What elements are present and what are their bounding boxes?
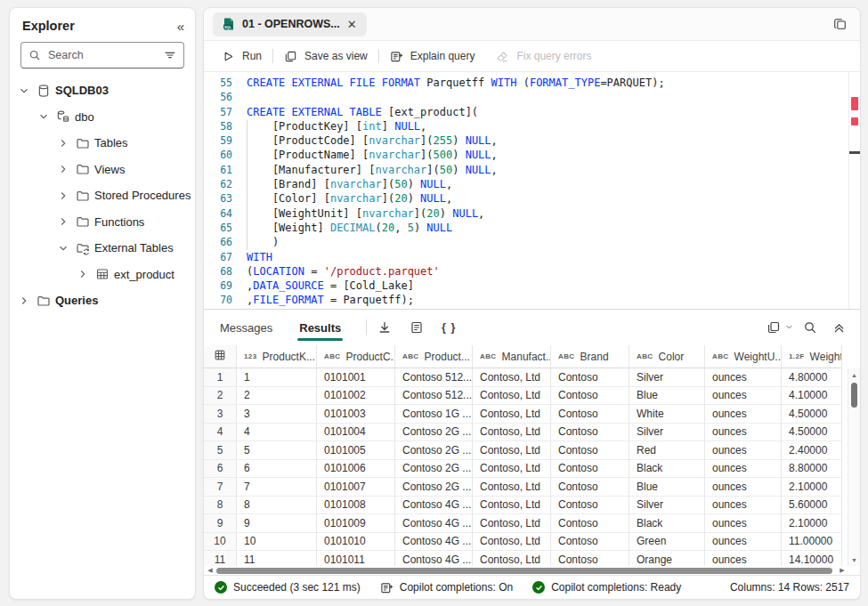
data-cell[interactable]: ounces <box>705 460 782 479</box>
row-number-cell[interactable]: 2 <box>204 387 237 406</box>
code-line-69[interactable]: 69,DATA_SOURCE = [Cold_Lake] <box>204 279 860 293</box>
data-cell[interactable]: Contoso, Ltd <box>473 368 551 387</box>
column-header-color[interactable]: ABCColor <box>629 345 705 368</box>
view-as-table-icon[interactable] <box>404 315 429 340</box>
code-line-61[interactable]: 61 [Manufacturer] [nvarchar](50) NULL, <box>204 163 860 177</box>
data-cell[interactable]: 4 <box>237 424 317 442</box>
code-editor[interactable]: 55CREATE EXTERNAL FILE FORMAT Parquetff … <box>204 72 860 309</box>
data-cell[interactable]: Contoso 4G ... <box>395 514 473 533</box>
code-line-63[interactable]: 63 [Color] [nvarchar](20) NULL, <box>204 191 860 206</box>
scroll-right-icon[interactable]: ▶ <box>836 567 848 574</box>
horizontal-scrollbar[interactable]: ◀ ▶ <box>204 566 848 575</box>
data-cell[interactable]: Black <box>629 514 705 533</box>
fix-query-errors-button[interactable]: Fix query errors <box>485 41 602 71</box>
column-header-productk-[interactable]: 123ProductK... <box>237 345 317 368</box>
explain-query-button[interactable]: Explain query <box>379 41 486 71</box>
code-line-62[interactable]: 62 [Brand] [nvarchar](50) NULL, <box>204 177 860 191</box>
data-cell[interactable]: 0101006 <box>317 460 395 479</box>
data-cell[interactable]: Contoso <box>551 478 629 497</box>
data-cell[interactable]: Contoso 512... <box>395 387 473 406</box>
row-number-cell[interactable]: 4 <box>204 424 237 442</box>
view-as-json-icon[interactable]: { } <box>436 315 461 340</box>
code-line-70[interactable]: 70,FILE_FORMAT = Parquetff); <box>204 293 860 307</box>
download-results-icon[interactable] <box>372 315 397 340</box>
data-cell[interactable]: ounces <box>705 424 782 442</box>
data-cell[interactable]: ounces <box>705 478 782 497</box>
data-cell[interactable]: Contoso, Ltd <box>473 460 551 479</box>
search-results-icon[interactable] <box>798 315 823 340</box>
data-cell[interactable]: Silver <box>629 497 705 515</box>
column-header-weight[interactable]: 1.2FWeight <box>782 345 842 368</box>
search-input[interactable] <box>46 48 158 62</box>
data-cell[interactable]: White <box>629 405 705 424</box>
data-cell[interactable]: ounces <box>705 368 782 387</box>
data-cell[interactable]: Contoso, Ltd <box>473 497 551 515</box>
tree-item-dbo[interactable]: dbo <box>10 104 195 131</box>
code-line-66[interactable]: 66 ) <box>204 235 860 249</box>
data-cell[interactable]: 11.00000 <box>782 533 842 552</box>
data-cell[interactable]: Contoso 4G ... <box>395 497 473 515</box>
data-cell[interactable]: 0101009 <box>317 514 395 533</box>
tree-item-functions[interactable]: Functions <box>10 209 195 236</box>
data-cell[interactable]: ounces <box>705 514 782 533</box>
chevron-right-icon[interactable] <box>17 294 31 308</box>
data-cell[interactable]: Red <box>629 441 705 460</box>
data-cell[interactable]: 0101005 <box>317 441 395 460</box>
run-button[interactable]: Run <box>211 41 272 71</box>
data-cell[interactable]: 2 <box>237 387 317 406</box>
data-cell[interactable]: Contoso 2G ... <box>395 460 473 479</box>
data-cell[interactable]: Contoso <box>551 497 629 515</box>
code-line-59[interactable]: 59 [ProductCode] [nvarchar](255) NULL, <box>204 133 860 148</box>
row-number-cell[interactable]: 10 <box>204 533 237 552</box>
copy-results-icon[interactable] <box>761 315 786 340</box>
data-cell[interactable]: ounces <box>705 405 782 424</box>
data-cell[interactable]: Contoso <box>551 514 629 533</box>
data-cell[interactable]: Contoso <box>551 368 629 387</box>
copilot-completions-status[interactable]: Copilot completions: On <box>380 581 513 594</box>
code-line-65[interactable]: 65 [Weight] DECIMAL(20, 5) NULL <box>204 221 860 235</box>
row-number-cell[interactable]: 6 <box>204 460 237 479</box>
row-number-cell[interactable]: 5 <box>204 441 237 460</box>
save-as-view-button[interactable]: Save as view <box>273 41 378 71</box>
tab-results[interactable]: Results <box>297 313 343 343</box>
search-box[interactable] <box>20 42 184 69</box>
data-cell[interactable]: Contoso 2G ... <box>395 478 473 497</box>
error-mark[interactable] <box>851 97 858 110</box>
chevron-down-icon[interactable] <box>784 319 794 335</box>
code-line-68[interactable]: 68(LOCATION = '/product.parquet' <box>204 264 860 279</box>
data-cell[interactable]: Blue <box>629 478 705 497</box>
scroll-up-icon[interactable]: ▲ <box>848 369 860 380</box>
data-cell[interactable]: 0101007 <box>317 478 395 497</box>
chevron-right-icon[interactable] <box>56 162 70 176</box>
chevron-right-icon[interactable] <box>76 267 90 281</box>
tree-item-tables[interactable]: Tables <box>10 130 195 157</box>
data-cell[interactable]: Contoso, Ltd <box>473 405 551 424</box>
data-cell[interactable]: Contoso, Ltd <box>473 387 551 406</box>
chevron-down-icon[interactable] <box>56 241 70 255</box>
scroll-position-indicator[interactable] <box>849 151 860 154</box>
column-header-weightu-[interactable]: ABCWeightU... <box>705 345 782 368</box>
data-cell[interactable]: Blue <box>629 387 705 406</box>
data-cell[interactable]: 2.10000 <box>782 478 842 497</box>
data-cell[interactable]: 10 <box>237 533 317 552</box>
vertical-scroll-thumb[interactable] <box>851 383 857 408</box>
row-number-cell[interactable]: 3 <box>204 405 237 424</box>
column-header-manufact-[interactable]: ABCManufact... <box>473 345 551 368</box>
data-cell[interactable]: 2.40000 <box>782 441 842 460</box>
tree-item-stored-procedures[interactable]: Stored Procedures <box>10 182 195 209</box>
row-number-cell[interactable]: 9 <box>204 514 237 533</box>
data-cell[interactable]: 7 <box>237 478 317 497</box>
data-cell[interactable]: Black <box>629 460 705 479</box>
data-cell[interactable]: Contoso <box>551 533 629 552</box>
column-header-productc-[interactable]: ABCProductC... <box>317 345 395 368</box>
data-cell[interactable]: Contoso 2G ... <box>395 424 473 442</box>
data-cell[interactable]: Contoso <box>551 387 629 406</box>
column-header-brand[interactable]: ABCBrand <box>551 345 629 368</box>
code-line-57[interactable]: 57CREATE EXTERNAL TABLE [ext_product]( <box>204 105 860 119</box>
collapse-sidebar-icon[interactable]: « <box>177 20 184 33</box>
data-cell[interactable]: Contoso <box>551 460 629 479</box>
data-cell[interactable]: 0101010 <box>317 533 395 552</box>
filter-icon[interactable] <box>164 49 176 61</box>
chevron-right-icon[interactable] <box>56 214 70 229</box>
chevron-right-icon[interactable] <box>56 136 70 150</box>
